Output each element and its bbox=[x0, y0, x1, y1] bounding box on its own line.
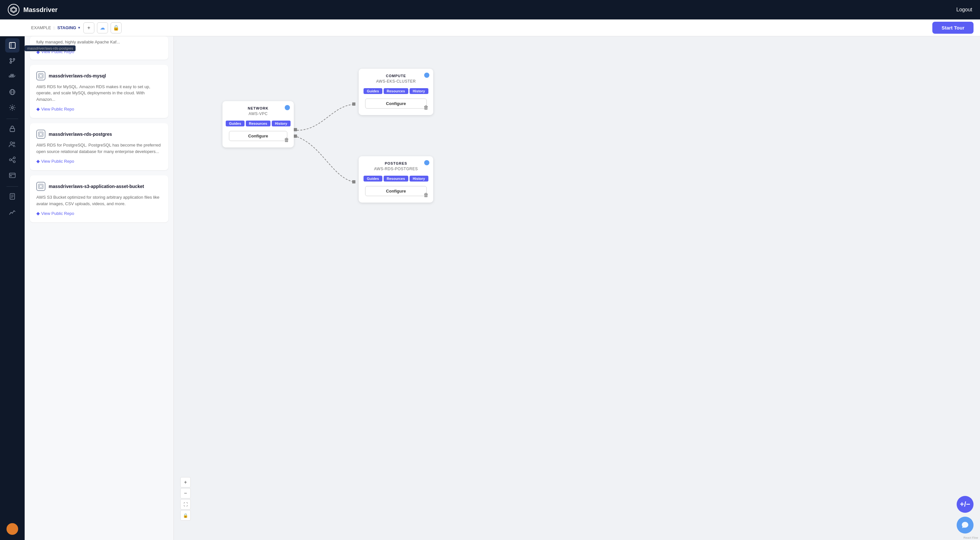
svg-rect-10 bbox=[12, 76, 14, 77]
breadcrumb: EXAMPLE :: STAGING ▼ bbox=[31, 25, 81, 30]
package-card-postgres: massdriver/aws-rds-postgres AWS RDS for … bbox=[30, 123, 168, 170]
chevron-down-icon: ▼ bbox=[78, 26, 81, 30]
svg-rect-38 bbox=[294, 128, 297, 131]
left-panel: fully managed, highly available Apache K… bbox=[25, 36, 174, 540]
svg-rect-17 bbox=[10, 129, 14, 132]
lock-button[interactable]: 🔒 bbox=[111, 22, 122, 33]
sidebar-item-lock[interactable] bbox=[5, 122, 19, 136]
package-desc-mysql: AWS RDS for MySQL. Amazon RDS makes it e… bbox=[36, 84, 162, 103]
flow-node-network: NETWORK AWS-VPC Guides Resources History… bbox=[223, 101, 294, 148]
svg-rect-9 bbox=[11, 76, 12, 77]
view-repo-link-s3[interactable]: ◆ View Public Repo bbox=[36, 211, 162, 216]
sidebar-item-docs[interactable] bbox=[5, 189, 19, 203]
svg-rect-39 bbox=[352, 102, 355, 106]
repo-diamond-icon-postgres: ◆ bbox=[36, 159, 40, 164]
view-repo-link-postgres[interactable]: ◆ View Public Repo bbox=[36, 159, 162, 164]
node-tabs-network: Guides Resources History bbox=[229, 121, 287, 126]
sidebar-item-diagram[interactable] bbox=[5, 38, 19, 52]
sidebar-bottom bbox=[6, 523, 18, 535]
svg-point-19 bbox=[13, 142, 15, 144]
sidebar-item-users[interactable] bbox=[5, 137, 19, 151]
svg-rect-2 bbox=[10, 43, 15, 48]
flow-node-compute: COMPUTE AWS-EKS-CLUSTER Guides Resources… bbox=[359, 69, 433, 115]
start-tour-button[interactable]: Start Tour bbox=[932, 22, 974, 34]
sidebar-user-avatar[interactable] bbox=[6, 523, 18, 535]
fab-container: +/− bbox=[957, 496, 974, 534]
package-card-s3: massdriver/aws-s3-application-asset-buck… bbox=[30, 175, 168, 222]
package-name-postgres: massdriver/aws-rds-postgres bbox=[49, 132, 112, 137]
svg-rect-12 bbox=[12, 74, 14, 76]
flow-node-postgres: POSTGRES AWS-RDS-POSTGRES Guides Resourc… bbox=[359, 156, 433, 203]
main-layout: fully managed, highly available Apache K… bbox=[25, 36, 980, 540]
svg-rect-8 bbox=[9, 76, 10, 77]
node-tab-history-postgres[interactable]: History bbox=[410, 176, 428, 181]
node-configure-btn-compute[interactable]: Configure bbox=[365, 98, 427, 109]
svg-rect-41 bbox=[352, 180, 355, 183]
svg-rect-37 bbox=[40, 185, 42, 188]
node-type-postgres: POSTGRES bbox=[365, 161, 427, 165]
breadcrumb-separator: :: bbox=[53, 25, 55, 30]
cloud-button[interactable]: ☁ bbox=[97, 22, 108, 33]
node-tab-guides-network[interactable]: Guides bbox=[226, 121, 244, 126]
lock-view-button[interactable]: 🔒 bbox=[180, 510, 191, 521]
sidebar-item-cards[interactable] bbox=[5, 168, 19, 183]
node-tab-guides-postgres[interactable]: Guides bbox=[364, 176, 382, 181]
sidebar-divider-2 bbox=[6, 186, 18, 187]
node-type-network: NETWORK bbox=[229, 106, 287, 110]
fab-plus-minus-button[interactable]: +/− bbox=[957, 496, 974, 513]
navbar: Massdriver Logout bbox=[0, 0, 980, 19]
flow-edges-svg bbox=[174, 36, 980, 540]
svg-point-21 bbox=[13, 157, 15, 159]
fab-chat-button[interactable] bbox=[957, 517, 974, 534]
node-configure-btn-network[interactable]: Configure bbox=[229, 131, 287, 141]
add-button[interactable]: + bbox=[83, 22, 94, 33]
node-delete-btn-network[interactable]: 🗑 bbox=[284, 137, 289, 143]
sidebar-item-analytics[interactable] bbox=[5, 205, 19, 219]
package-name-mysql: massdriver/aws-rds-mysql bbox=[49, 73, 106, 78]
sidebar-item-settings[interactable] bbox=[5, 100, 19, 115]
node-tab-resources-compute[interactable]: Resources bbox=[383, 88, 408, 94]
svg-rect-40 bbox=[294, 135, 297, 138]
svg-line-24 bbox=[11, 160, 13, 161]
repo-diamond-icon-s3: ◆ bbox=[36, 211, 40, 216]
node-configure-btn-postgres[interactable]: Configure bbox=[365, 186, 427, 196]
node-name-compute: AWS-EKS-CLUSTER bbox=[365, 79, 427, 84]
svg-rect-27 bbox=[10, 175, 12, 176]
logout-button[interactable]: Logout bbox=[956, 7, 972, 13]
navbar-left: Massdriver bbox=[8, 4, 58, 16]
package-icon-s3 bbox=[36, 182, 45, 191]
sidebar-item-integrations[interactable] bbox=[5, 152, 19, 167]
canvas-area: NETWORK AWS-VPC Guides Resources History… bbox=[174, 36, 980, 540]
node-name-postgres: AWS-RDS-POSTGRES bbox=[365, 167, 427, 171]
node-tab-history-compute[interactable]: History bbox=[410, 88, 428, 94]
package-name-s3: massdriver/aws-s3-application-asset-buck… bbox=[49, 184, 144, 189]
fit-view-button[interactable]: ⛶ bbox=[180, 499, 191, 510]
zoom-out-button[interactable]: − bbox=[180, 488, 191, 499]
zoom-in-button[interactable]: + bbox=[180, 477, 191, 488]
sidebar-divider-1 bbox=[6, 119, 18, 119]
svg-rect-32 bbox=[38, 73, 43, 78]
svg-point-20 bbox=[10, 159, 11, 161]
node-delete-btn-postgres[interactable]: 🗑 bbox=[423, 192, 429, 198]
svg-point-4 bbox=[10, 59, 12, 60]
node-tab-history-network[interactable]: History bbox=[272, 121, 291, 126]
sidebar-item-docker[interactable] bbox=[5, 69, 19, 84]
svg-point-16 bbox=[11, 106, 13, 109]
node-tab-resources-network[interactable]: Resources bbox=[246, 121, 270, 126]
node-indicator-postgres bbox=[424, 160, 430, 165]
navbar-title: Massdriver bbox=[23, 6, 58, 14]
node-tab-guides-compute[interactable]: Guides bbox=[364, 88, 382, 94]
svg-rect-35 bbox=[40, 133, 42, 135]
breadcrumb-prefix: EXAMPLE bbox=[31, 25, 51, 30]
repo-diamond-icon-mysql: ◆ bbox=[36, 106, 40, 111]
sidebar-item-globe[interactable] bbox=[5, 85, 19, 99]
breadcrumb-active[interactable]: STAGING ▼ bbox=[57, 25, 81, 30]
sidebar-item-git[interactable] bbox=[5, 54, 19, 68]
node-tab-resources-postgres[interactable]: Resources bbox=[383, 176, 408, 181]
node-delete-btn-compute[interactable]: 🗑 bbox=[423, 105, 429, 111]
package-card-header: massdriver/aws-rds-mysql bbox=[36, 71, 162, 80]
sidebar-tooltip: massdriver/aws-rds-postgres bbox=[25, 45, 76, 51]
svg-point-5 bbox=[13, 59, 15, 60]
view-repo-link-mysql[interactable]: ◆ View Public Repo bbox=[36, 106, 162, 111]
react-flow-label: React Flow bbox=[964, 536, 978, 539]
